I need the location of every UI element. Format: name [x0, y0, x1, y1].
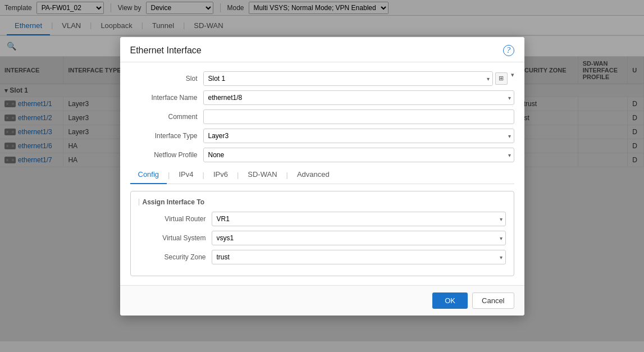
- vsys-label: Virtual System: [139, 234, 212, 242]
- inner-tab-advanced[interactable]: Advanced: [289, 167, 337, 184]
- assign-interface-section: Assign Interface To Virtual Router VR1 ▾: [130, 191, 514, 276]
- slot-row-form: Slot Slot 1 ▾ ⊞ ▾: [130, 71, 514, 86]
- slot-icon-button[interactable]: ⊞: [495, 72, 508, 85]
- netflow-label: Netflow Profile: [130, 151, 203, 159]
- iface-type-label: Interface Type: [130, 132, 203, 140]
- iface-name-select[interactable]: ethernet1/8: [203, 90, 514, 105]
- iface-name-select-wrapper: ethernet1/8 ▾: [203, 90, 514, 105]
- vrouter-control: VR1 ▾: [212, 212, 506, 226]
- inner-tab-sdwan[interactable]: SD-WAN: [240, 167, 285, 184]
- zone-label: Security Zone: [139, 253, 212, 261]
- inner-tab-bar: Config | IPv4 | IPv6 | SD-WAN | Advanced: [130, 167, 514, 184]
- modal-overlay: Ethernet Interface ? Slot Slot 1 ▾ ⊞ ▾: [0, 0, 644, 341]
- help-icon[interactable]: ?: [503, 45, 514, 56]
- iface-type-wrapper: Layer3 ▾: [203, 129, 514, 143]
- modal-header: Ethernet Interface ?: [120, 37, 524, 62]
- vrouter-label: Virtual Router: [139, 215, 212, 223]
- vrouter-select[interactable]: VR1: [212, 212, 506, 226]
- slot-control: Slot 1 ▾ ⊞ ▾: [203, 71, 514, 86]
- iface-type-control: Layer3 ▾: [203, 129, 514, 143]
- comment-control: [203, 109, 514, 124]
- vrouter-row: Virtual Router VR1 ▾: [139, 212, 506, 226]
- cancel-button[interactable]: Cancel: [472, 292, 514, 309]
- modal-title: Ethernet Interface: [130, 45, 202, 56]
- ok-button[interactable]: OK: [432, 292, 468, 309]
- inner-sep3: |: [236, 167, 240, 184]
- iface-type-select[interactable]: Layer3: [203, 129, 514, 143]
- slot-expand-arrow: ▾: [511, 71, 514, 79]
- zone-select[interactable]: trust: [212, 250, 506, 264]
- ethernet-interface-modal: Ethernet Interface ? Slot Slot 1 ▾ ⊞ ▾: [120, 37, 524, 316]
- iface-name-control: ethernet1/8 ▾: [203, 90, 514, 105]
- modal-body: Slot Slot 1 ▾ ⊞ ▾ Interface Name: [120, 62, 524, 285]
- vsys-control: vsys1 ▾: [212, 231, 506, 245]
- modal-footer: OK Cancel: [120, 285, 524, 316]
- iface-type-row: Interface Type Layer3 ▾: [130, 129, 514, 143]
- zone-wrapper: trust ▾: [212, 250, 506, 264]
- zone-row: Security Zone trust ▾: [139, 250, 506, 264]
- inner-tab-config[interactable]: Config: [130, 167, 167, 184]
- comment-label: Comment: [130, 113, 203, 121]
- netflow-select[interactable]: None: [203, 148, 514, 162]
- vsys-row: Virtual System vsys1 ▾: [139, 231, 506, 245]
- iface-name-label: Interface Name: [130, 94, 203, 102]
- netflow-row: Netflow Profile None ▾: [130, 148, 514, 162]
- netflow-wrapper: None ▾: [203, 148, 514, 162]
- inner-sep2: |: [201, 167, 205, 184]
- inner-sep1: |: [167, 167, 171, 184]
- slot-select[interactable]: Slot 1: [203, 71, 493, 86]
- vsys-select[interactable]: vsys1: [212, 231, 506, 245]
- comment-row: Comment: [130, 109, 514, 124]
- vsys-wrapper: vsys1 ▾: [212, 231, 506, 245]
- netflow-control: None ▾: [203, 148, 514, 162]
- iface-name-row: Interface Name ethernet1/8 ▾: [130, 90, 514, 105]
- inner-tab-ipv6[interactable]: IPv6: [205, 167, 236, 184]
- slot-label: Slot: [130, 75, 203, 83]
- zone-control: trust ▾: [212, 250, 506, 264]
- section-title: Assign Interface To: [139, 198, 506, 206]
- inner-tab-ipv4[interactable]: IPv4: [171, 167, 201, 184]
- vrouter-wrapper: VR1 ▾: [212, 212, 506, 226]
- comment-input[interactable]: [203, 109, 514, 124]
- slot-select-wrapper: Slot 1 ▾: [203, 71, 493, 86]
- inner-sep4: |: [285, 167, 289, 184]
